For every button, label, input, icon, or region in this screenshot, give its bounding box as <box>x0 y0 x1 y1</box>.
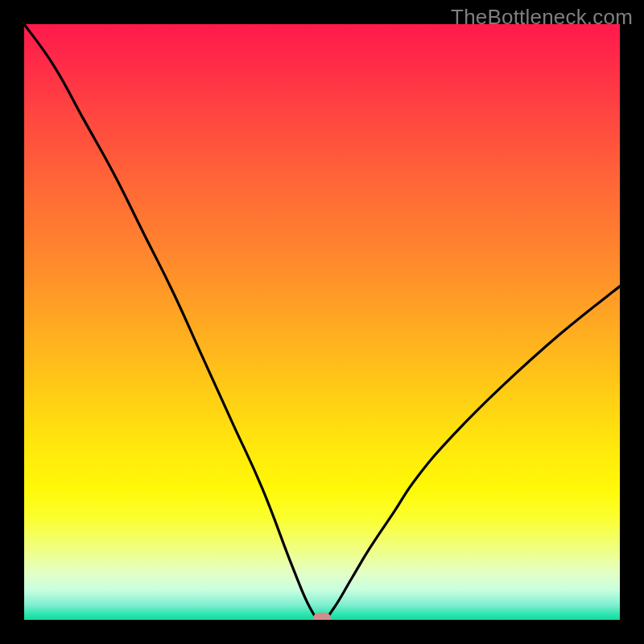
curve-svg <box>24 24 620 620</box>
bottleneck-curve <box>24 24 620 620</box>
plot-area <box>24 24 620 620</box>
chart-frame: TheBottleneck.com <box>0 0 644 644</box>
optimal-point-marker <box>313 613 331 620</box>
watermark-label: TheBottleneck.com <box>451 5 633 30</box>
